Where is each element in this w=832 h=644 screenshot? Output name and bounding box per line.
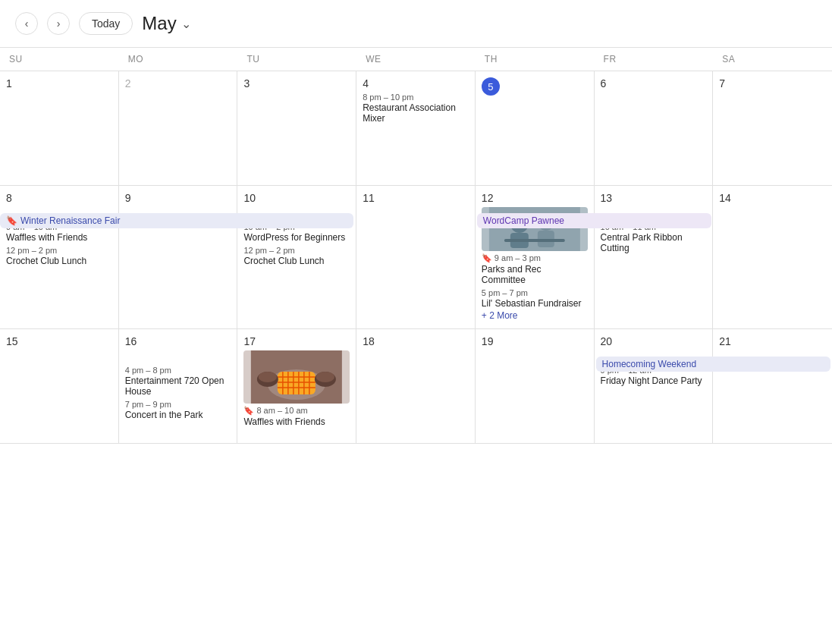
day-header-fr: FR xyxy=(595,48,714,71)
event-sebastian: 5 pm – 7 pm Lil' Sebastian Fundraiser xyxy=(482,288,588,309)
event-time: 5 pm – 7 pm xyxy=(482,288,588,297)
day-num: 18 xyxy=(363,335,469,347)
month-chevron-icon: ⌄ xyxy=(181,17,191,31)
svg-point-21 xyxy=(316,372,334,382)
event-time: 8 pm – 10 pm xyxy=(363,93,469,102)
prev-button[interactable]: ‹ xyxy=(15,12,38,35)
day-7: 7 xyxy=(713,71,832,185)
day-18: 18 xyxy=(356,329,476,443)
central-park-title[interactable]: Central Park Ribbon Cutting xyxy=(601,232,707,253)
event-time: 7 pm – 9 pm xyxy=(125,400,231,409)
day-4: 4 8 pm – 10 pm Restaurant Association Mi… xyxy=(356,71,476,185)
event-title[interactable]: Restaurant Association Mixer xyxy=(363,102,469,124)
spanning-event-label: Homecoming Weekend xyxy=(602,359,697,369)
day-num: 7 xyxy=(719,77,826,90)
event-time: 9 am – 3 pm xyxy=(494,253,541,262)
event-time: 4 pm – 8 pm xyxy=(125,366,231,375)
event-time: 12 pm – 2 pm xyxy=(243,246,350,255)
day-1: 1 xyxy=(0,71,119,185)
event-food-image xyxy=(243,350,350,404)
day-num: 20 xyxy=(601,335,707,347)
day-20: 20 9 pm – 12 am Friday Night Dance Party xyxy=(595,329,714,443)
day-num-today: 5 xyxy=(482,77,500,96)
day-12: 12 xyxy=(476,186,595,328)
event-title[interactable]: Waffles with Friends xyxy=(6,232,112,243)
day-num: 6 xyxy=(601,77,707,90)
flag-icon: 🔖 xyxy=(482,253,492,263)
day-num: 19 xyxy=(482,335,588,347)
spanning-event-label: WordCamp Pawnee xyxy=(483,215,564,226)
day-16: 16 4 pm – 8 pm Entertainment 720 Open Ho… xyxy=(119,329,238,443)
calendar-header: ‹ › Today May ⌄ xyxy=(0,0,832,47)
day-6: 6 xyxy=(595,71,714,185)
day-17: 17 xyxy=(237,329,356,443)
week-row-2: 🔖 Winter Renaissance Fair WordCamp Pawne… xyxy=(0,186,832,329)
day-3: 3 xyxy=(237,71,356,185)
day-header-th: TH xyxy=(476,48,595,71)
day-header-su: SU xyxy=(0,48,119,71)
day-header-sa: SA xyxy=(713,48,832,71)
day-num: 14 xyxy=(719,192,826,204)
day-num: 15 xyxy=(6,335,112,347)
parks-rec-title[interactable]: Parks and Rec Committee xyxy=(482,264,588,285)
day-num: 13 xyxy=(601,192,707,204)
day-num: 8 xyxy=(6,192,112,204)
month-label: May xyxy=(142,13,176,34)
event-time: 8 am – 10 am xyxy=(256,406,307,415)
day-9: 9 xyxy=(119,186,238,328)
calendar-grid: SU MO TU WE TH FR SA 1 2 3 4 8 pm – 10 p… xyxy=(0,47,832,444)
day-13: 13 10 am – 11 am Central Park Ribbon Cut… xyxy=(595,186,714,328)
spanning-event-label: Winter Renaissance Fair xyxy=(20,215,120,226)
day-num: 2 xyxy=(125,77,231,90)
event-title[interactable]: Concert in the Park xyxy=(125,410,231,420)
month-title[interactable]: May ⌄ xyxy=(142,13,190,34)
day-14: 14 xyxy=(713,186,832,328)
day-5: 5 xyxy=(476,71,595,185)
event-title[interactable]: Lil' Sebastian Fundraiser xyxy=(482,298,588,309)
day-21: 21 xyxy=(713,329,832,443)
day-header-we: WE xyxy=(356,48,476,71)
day-num: 11 xyxy=(363,192,469,204)
day-num: 17 xyxy=(243,335,350,347)
event-title[interactable]: Waffles with Friends xyxy=(243,416,350,427)
event-title[interactable]: Entertainment 720 Open House xyxy=(125,375,231,397)
day-2: 2 xyxy=(119,71,238,185)
spanning-event-wordcamp[interactable]: WordCamp Pawnee xyxy=(477,213,711,228)
event-title[interactable]: Crochet Club Lunch xyxy=(243,256,350,266)
spanning-event-winter-renaissance[interactable]: 🔖 Winter Renaissance Fair xyxy=(0,213,353,228)
day-19: 19 xyxy=(476,329,595,443)
flag-icon: 🔖 xyxy=(6,215,17,226)
day-header-mo: MO xyxy=(119,48,238,71)
svg-rect-5 xyxy=(504,239,565,242)
today-button[interactable]: Today xyxy=(79,12,133,35)
day-11: 11 xyxy=(356,186,476,328)
event-waffles-image[interactable]: 🔖 8 am – 10 am Waffles with Friends xyxy=(243,350,350,427)
day-header-tu: TU xyxy=(237,48,356,71)
day-15: 15 xyxy=(0,329,119,443)
next-button[interactable]: › xyxy=(47,12,70,35)
day-num: 10 xyxy=(243,192,350,204)
day-num: 4 xyxy=(363,77,469,90)
week-row-3: Homecoming Weekend 15 16 4 pm – 8 pm Ent… xyxy=(0,329,832,444)
friday-night-title[interactable]: Friday Night Dance Party xyxy=(601,375,707,386)
event-title[interactable]: WordPress for Beginners xyxy=(243,232,350,243)
event-title[interactable]: Crochet Club Lunch xyxy=(6,256,112,266)
day-num: 21 xyxy=(719,335,826,347)
day-num: 1 xyxy=(6,77,112,90)
more-events-link[interactable]: + 2 More xyxy=(482,309,588,322)
day-num: 16 xyxy=(125,335,231,347)
week-row-1: 1 2 3 4 8 pm – 10 pm Restaurant Associat… xyxy=(0,71,832,186)
event-time: 12 pm – 2 pm xyxy=(6,246,112,255)
day-8: 8 9 am – 10 am Waffles with Friends 12 p… xyxy=(0,186,119,328)
spanning-event-homecoming[interactable]: Homecoming Weekend xyxy=(596,357,830,372)
day-num: 3 xyxy=(243,77,350,90)
day-num: 9 xyxy=(125,192,231,204)
day-10: 10 10 am – 2 pm WordPress for Beginners … xyxy=(237,186,356,328)
day-headers: SU MO TU WE TH FR SA xyxy=(0,48,832,71)
svg-point-19 xyxy=(259,372,277,382)
day-num: 12 xyxy=(482,192,588,204)
flag-icon: 🔖 xyxy=(243,406,254,416)
